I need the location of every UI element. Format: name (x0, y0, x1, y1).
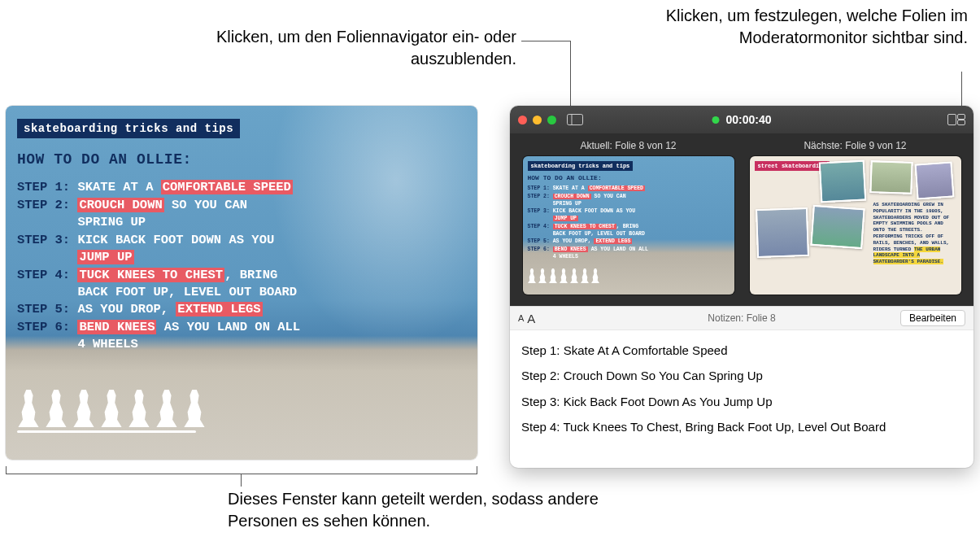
bracket (6, 466, 477, 474)
next-thumb-text: AS SKATEBOARDING GREW IN POPULARITY IN T… (873, 202, 955, 265)
slide-badge: skateboarding tricks and tips (17, 119, 240, 138)
callout-layout: Klicken, um festzulegen, welche Folien i… (642, 5, 968, 49)
current-slide-thumb[interactable]: skateboarding tricks and tips HOW TO DO … (523, 156, 734, 295)
svg-rect-2 (948, 115, 956, 125)
notes-toolbar: A A Notizen: Folie 8 Bearbeiten (510, 306, 973, 330)
edit-button[interactable]: Bearbeiten (900, 310, 965, 326)
note-line: Step 4: Tuck Knees To Chest, Bring Back … (521, 415, 962, 439)
photo-collage: street skateboarding AS SKATEBOARDING GR… (750, 156, 961, 295)
close-icon[interactable] (518, 116, 527, 124)
font-decrease-icon[interactable]: A (518, 313, 524, 323)
callout-line (961, 72, 962, 106)
slide-navigator-toggle-icon[interactable] (566, 112, 584, 127)
minimize-icon[interactable] (533, 116, 542, 124)
current-slide-col: Aktuell: Folie 8 von 12 skateboarding tr… (521, 140, 735, 295)
note-line: Step 2: Crouch Down So You Can Spring Up (521, 364, 962, 387)
font-increase-icon[interactable]: A (527, 312, 535, 325)
main-slide-preview: skateboarding tricks and tips HOW TO DO … (6, 106, 477, 460)
timer-status-icon (712, 116, 719, 124)
callout-line (521, 41, 570, 41)
note-line: Step 1: Skate At A Comfortable Speed (521, 338, 962, 362)
note-line: Step 3: Kick Back Foot Down As You Jump … (521, 390, 962, 413)
silhouette-line (17, 430, 196, 433)
notes-body[interactable]: Step 1: Skate At A Comfortable SpeedStep… (510, 330, 973, 468)
next-slide-col: Nächste: Folie 9 von 12 street skateboar… (748, 140, 962, 295)
silhouette-row (17, 390, 206, 427)
svg-rect-3 (958, 115, 965, 120)
slide-title: HOW TO DO AN OLLIE: (17, 151, 192, 168)
presenter-layout-icon[interactable] (947, 112, 965, 127)
thumb-badge: skateboarding tricks and tips (528, 161, 634, 171)
callout-line (570, 41, 571, 106)
notes-title: Notizen: Folie 8 (708, 312, 775, 324)
titlebar: 00:00:40 (510, 106, 973, 133)
bracket-stem (241, 474, 242, 487)
slide-steps: STEP 1: SKATE AT A COMFORTABLE SPEEDSTEP… (17, 179, 300, 354)
next-slide-thumb[interactable]: street skateboarding AS SKATEBOARDING GR… (750, 156, 961, 295)
presenter-timer: 00:00:40 (712, 113, 771, 126)
callout-navigator: Klicken, um den Foliennavigator ein- ode… (199, 26, 516, 70)
callout-share: Dieses Fenster kann geteilt werden, soda… (228, 488, 618, 532)
thumb-silhouettes (528, 268, 600, 283)
thumb-steps: STEP 1: SKATE AT A COMFORTABLE SPEEDSTEP… (528, 186, 650, 262)
timer-value: 00:00:40 (725, 113, 771, 126)
current-slide-label: Aktuell: Folie 8 von 12 (580, 140, 676, 151)
zoom-icon[interactable] (547, 116, 556, 124)
thumb-title: HOW TO DO AN OLLIE: (528, 174, 602, 181)
svg-rect-4 (958, 120, 965, 125)
preview-row: Aktuell: Folie 8 von 12 skateboarding tr… (510, 133, 973, 306)
window-controls[interactable] (518, 116, 556, 124)
presenter-window: 00:00:40 Aktuell: Folie 8 von 12 skatebo… (510, 106, 973, 468)
next-slide-label: Nächste: Folie 9 von 12 (804, 140, 906, 151)
svg-rect-0 (568, 115, 583, 125)
next-thumb-badge: street skateboarding (755, 161, 830, 171)
